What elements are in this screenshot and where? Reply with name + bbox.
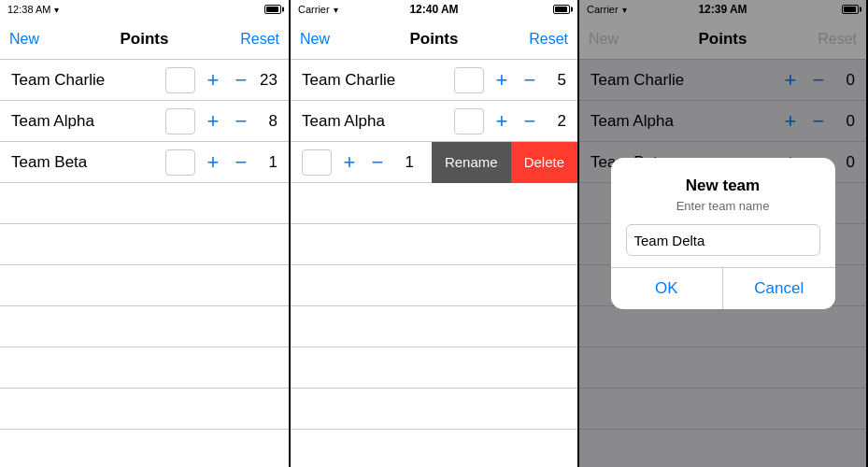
empty-row: [291, 389, 577, 430]
screen-3: Carrier ▾ 12:39 AM New Points Reset Team…: [577, 0, 866, 467]
plus-button[interactable]: +: [199, 70, 227, 91]
battery-fill-1: [266, 7, 278, 12]
table-row: Team Charlie + − 23: [0, 60, 289, 101]
status-bar-1: 12:38 AM ▾: [0, 0, 289, 19]
reset-button-2[interactable]: Reset: [529, 31, 568, 48]
reset-button-1[interactable]: Reset: [240, 31, 279, 48]
plus-button[interactable]: +: [488, 111, 516, 132]
score-value: 8: [259, 112, 277, 131]
score-value: 5: [548, 71, 566, 90]
score-value: 2: [548, 112, 566, 131]
status-left-2: Carrier ▾: [298, 4, 338, 15]
table-row: Team Beta + − 1: [0, 142, 289, 183]
table-row: Team Alpha + − 2: [291, 101, 577, 142]
score-input[interactable]: [454, 67, 484, 93]
status-bar-2: Carrier ▾ 12:40 AM: [291, 0, 577, 19]
plus-button[interactable]: +: [199, 111, 227, 132]
ok-button[interactable]: OK: [611, 268, 723, 309]
team-name-input[interactable]: [626, 224, 820, 256]
swipe-row-content: + − 1: [291, 149, 432, 176]
battery-2: [553, 5, 570, 14]
empty-row: [0, 265, 289, 306]
score-input[interactable]: [302, 149, 332, 176]
score-input[interactable]: [165, 67, 195, 93]
minus-button[interactable]: −: [516, 111, 544, 132]
table-2: Team Charlie + − 5 Team Alpha + − 2 + − …: [291, 60, 577, 467]
new-button-1[interactable]: New: [9, 31, 39, 48]
minus-button[interactable]: −: [227, 111, 255, 132]
nav-bar-2: New Points Reset: [291, 19, 577, 60]
minus-button[interactable]: −: [516, 70, 544, 91]
minus-button[interactable]: −: [227, 70, 255, 91]
dialog-message: Enter team name: [626, 199, 820, 213]
table-row-swipe: + − 1 Rename Delete: [291, 142, 577, 183]
screen-2: Carrier ▾ 12:40 AM New Points Reset Team…: [289, 0, 577, 467]
score-input[interactable]: [165, 108, 195, 134]
team-name: Team Beta: [11, 153, 165, 172]
battery-fill-2: [555, 7, 567, 12]
cancel-button[interactable]: Cancel: [722, 268, 835, 309]
empty-row: [0, 430, 289, 467]
empty-row: [291, 183, 577, 224]
new-team-dialog: New team Enter team name OK Cancel: [611, 158, 835, 309]
score-value: 23: [259, 71, 277, 90]
nav-title-1: Points: [121, 30, 169, 49]
score-value: 1: [395, 153, 414, 172]
minus-button[interactable]: −: [363, 152, 391, 173]
empty-row: [291, 224, 577, 265]
time-label-2: 12:40 AM: [409, 3, 458, 16]
empty-row: [291, 306, 577, 347]
dialog-body: New team Enter team name: [611, 158, 835, 267]
delete-button[interactable]: Delete: [511, 142, 577, 183]
table-row: Team Alpha + − 8: [0, 101, 289, 142]
empty-row: [0, 306, 289, 347]
wifi-icon-1: ▾: [54, 5, 59, 15]
dialog-actions: OK Cancel: [611, 267, 835, 309]
plus-button[interactable]: +: [488, 70, 516, 91]
battery-1: [264, 5, 281, 14]
team-name: Team Alpha: [302, 112, 454, 131]
empty-row: [291, 265, 577, 306]
rename-button[interactable]: Rename: [432, 142, 511, 183]
team-name: Team Alpha: [11, 112, 165, 131]
minus-button[interactable]: −: [227, 152, 255, 173]
team-name: Team Charlie: [11, 71, 165, 90]
table-row: Team Charlie + − 5: [291, 60, 577, 101]
carrier-label-1: 12:38 AM: [7, 4, 50, 15]
wifi-icon-2: ▾: [334, 5, 338, 15]
plus-button[interactable]: +: [335, 152, 363, 173]
status-left-1: 12:38 AM ▾: [7, 4, 59, 15]
nav-bar-1: New Points Reset: [0, 19, 289, 60]
plus-button[interactable]: +: [199, 152, 227, 173]
empty-row: [0, 347, 289, 389]
dialog-overlay: New team Enter team name OK Cancel: [579, 0, 866, 467]
table-1: Team Charlie + − 23 Team Alpha + − 8 Tea…: [0, 60, 289, 467]
dialog-title: New team: [626, 177, 820, 195]
swipe-actions: Rename Delete: [432, 142, 577, 183]
score-input[interactable]: [454, 108, 484, 134]
carrier-label-2: Carrier: [298, 4, 330, 15]
empty-row: [0, 389, 289, 430]
empty-row: [291, 347, 577, 389]
new-button-2[interactable]: New: [300, 31, 330, 48]
empty-row: [291, 430, 577, 467]
screen-1: 12:38 AM ▾ New Points Reset Team Charlie…: [0, 0, 289, 467]
empty-row: [0, 183, 289, 224]
nav-title-2: Points: [410, 30, 459, 49]
empty-row: [0, 224, 289, 265]
team-name: Team Charlie: [302, 71, 454, 90]
score-input[interactable]: [165, 149, 195, 176]
score-value: 1: [259, 153, 277, 172]
